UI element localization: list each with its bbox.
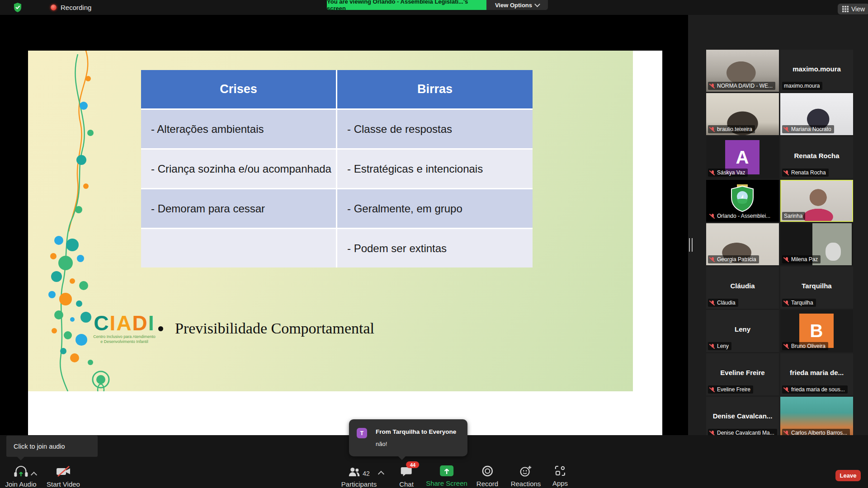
participant-tile[interactable]: Renata Rocha Renata Rocha [780,136,853,178]
muted-mic-icon [784,343,789,349]
apps-label: Apps [552,479,568,487]
table-cell: - Geralmente, em grupo [337,189,533,228]
slide-background: Crises Birras - Alterações ambientais - … [28,51,633,391]
table-cell: - Alterações ambientais [141,110,336,148]
participant-name-label: Bruno Oliveira [791,343,826,349]
participant-display-name: maximo.moura [780,65,853,73]
participant-display-name: frieda maria de... [780,369,853,376]
participant-tile[interactable]: NORMA DAVID - WE... [706,50,779,92]
recording-label: Recording [61,4,91,11]
participant-name-label: frieda maria de sous... [791,386,845,393]
chat-bubble-icon [401,467,412,477]
participant-name-label: Sarinha [784,213,802,219]
muted-mic-icon [784,170,789,176]
participant-name-label: braulio.teixeira [717,126,752,132]
participant-tile[interactable]: braulio.teixeira [706,93,779,135]
participants-icon [348,467,360,477]
chat-button[interactable]: 44 Chat [399,465,414,488]
bullet-text: Previsibilidade Comportamental [175,320,374,337]
muted-mic-icon [710,343,715,349]
reactions-button[interactable]: Reactions [511,465,541,488]
chat-label: Chat [399,480,414,488]
record-icon [481,465,493,477]
participant-name-label: Tarquilha [791,300,813,306]
participant-tile[interactable]: Denise Cavalcan... Denise Cavalcanti Ma.… [706,397,779,439]
chat-popup-title: From Tarquilha to Everyone [376,428,456,435]
table-cell: - Estratégicas e intencionais [337,150,533,188]
table-cell: - Criança sozinha e/ou acompanhada [141,150,336,188]
view-options-label: View Options [495,2,532,9]
participant-name-label: Renata Rocha [791,169,826,176]
chat-popup-message: não! [376,441,387,447]
chat-unread-badge: 44 [406,461,420,468]
muted-mic-icon [710,300,715,306]
start-video-button[interactable]: Start Video [47,465,80,488]
participants-label: Participants [341,480,377,488]
shared-screen-area: Crises Birras - Alterações ambientais - … [0,15,688,435]
participant-tile[interactable]: B Bruno Oliveira [780,310,853,352]
participant-name-label: NORMA DAVID - WE... [717,83,773,89]
meeting-topbar: Recording You are viewing Orlando - Asse… [0,0,868,15]
participant-name-label: maximo.moura [784,83,820,89]
participant-name-label: Georgia Patrícia [717,256,756,263]
tooltip-pointer [17,457,24,464]
apps-button[interactable]: Apps [552,465,568,487]
share-screen-label: Share Screen [426,479,467,487]
participants-button[interactable]: 42 Participants [341,465,377,488]
view-options-button[interactable]: View Options [486,0,548,10]
table-cell: - Demoram para cessar [141,189,336,228]
view-button[interactable]: View [838,4,868,14]
record-label: Record [476,480,498,488]
sidebar-resize-handle[interactable] [689,238,693,252]
participant-tile[interactable]: Mariana Nocrato [780,93,853,135]
participant-video-grid: NORMA DAVID - WE... maximo.moura maximo.… [706,50,855,439]
muted-mic-icon [784,300,789,306]
security-shield-icon[interactable] [14,3,22,14]
share-screen-button[interactable]: Share Screen [426,465,467,487]
participant-tile[interactable]: Milena Paz [780,223,853,265]
muted-mic-icon [710,213,715,219]
participant-name-label: Milena Paz [791,256,818,263]
table-cell: - Podem ser extintas [337,229,533,267]
record-button[interactable]: Record [476,465,498,488]
muted-mic-icon [710,170,715,176]
participant-display-name: Eveline Freire [706,369,779,376]
chat-notification-popup[interactable]: T From Tarquilha to Everyone não! [349,419,467,456]
ceara-crest-icon [730,184,755,212]
muted-mic-icon [710,127,715,132]
participant-display-name: Renata Rocha [780,152,853,160]
muted-mic-icon [784,387,789,393]
join-audio-tooltip: Click to join audio [6,436,98,457]
participant-tile[interactable]: Orlando - Assemblei... [706,180,779,222]
participant-tile-active-speaker[interactable]: Sarinha [780,180,853,222]
participant-display-name: Cláudia [706,282,779,290]
join-audio-button[interactable]: Join Audio [5,465,36,488]
slide-bullet-line: Previsibilidade Comportamental [158,320,374,337]
recording-indicator-icon [51,5,57,10]
participant-tile[interactable]: Leny Leny [706,310,779,352]
muted-mic-icon [784,127,789,132]
table-header-cell: Crises [141,70,336,108]
apps-icon [555,465,566,476]
participant-name-label: Mariana Nocrato [791,126,831,132]
crises-birras-table: Crises Birras - Alterações ambientais - … [141,70,533,267]
join-audio-label: Join Audio [5,480,36,488]
muted-mic-icon [784,257,789,263]
table-cell: - Classe de respostas [337,110,533,148]
muted-mic-icon [710,257,715,263]
viewing-banner: You are viewing Orlando - Assembleia Leg… [327,0,486,10]
participant-tile[interactable]: frieda maria de... frieda maria de sous.… [780,353,853,395]
participant-tile[interactable]: Carlos Alberto Barros... [780,397,853,439]
leave-button[interactable]: Leave [835,470,861,481]
participant-tile[interactable]: Eveline Freire Eveline Freire [706,353,779,395]
participant-tile[interactable]: maximo.moura maximo.moura [780,50,853,92]
participant-tile[interactable]: A Sáskya Vaz [706,136,779,178]
participant-tile[interactable]: Georgia Patrícia [706,223,779,265]
participant-tile[interactable]: Cláudia Cláudia [706,267,779,309]
muted-mic-icon [710,83,715,89]
start-video-label: Start Video [47,480,80,488]
participant-tile[interactable]: Tarquilha Tarquilha [780,267,853,309]
shared-slide-page: Crises Birras - Alterações ambientais - … [28,51,662,435]
table-header-cell: Birras [337,70,533,108]
chat-popup-pointer [398,456,406,464]
